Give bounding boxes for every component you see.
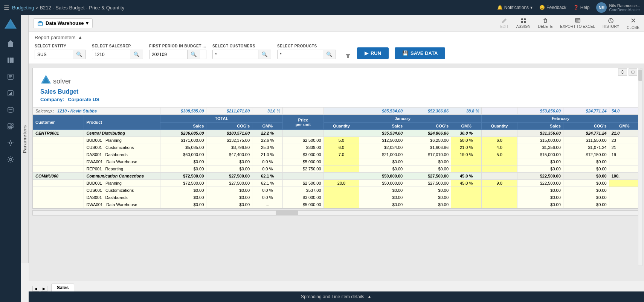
customers-input-wrap: 🔍 [212, 50, 271, 59]
feb-qty-bud001-commu[interactable]: 9.0 [482, 180, 517, 187]
toolbar-right: EDIT ASSIGN DELETE EXPORT TO EXCEL HISTO… [500, 17, 639, 30]
entity-input[interactable] [35, 50, 73, 59]
edit-action[interactable]: EDIT [500, 18, 509, 29]
filter-icon [345, 53, 351, 59]
feb-qty-cus001-commu[interactable] [482, 187, 517, 194]
jan-qty-cus001-commu[interactable] [324, 187, 359, 194]
sidebar-item-integrations[interactable] [2, 135, 19, 150]
sidebar-item-tasks[interactable] [2, 69, 19, 84]
customer-row-central: CENTR0001 Central Distributing $236,085.… [33, 130, 640, 137]
period-input-wrap: 🔍 [149, 50, 206, 59]
jan-qty-das001[interactable]: 7.0 [324, 151, 359, 158]
sidebar-item-library[interactable] [2, 53, 19, 68]
budget-table: Salesrep.: 1210 - Kevin Stubbs $308,585.… [33, 107, 640, 208]
tab-prev-btn[interactable]: ◀ [32, 286, 39, 291]
params-header-text: Report parameters [35, 35, 75, 40]
dropdown-icon: ▾ [86, 20, 89, 26]
svg-marker-45 [345, 54, 351, 58]
feb-qty-bud001[interactable]: 6.0 [482, 137, 517, 144]
customers-input[interactable] [213, 50, 258, 59]
salesrep-feb-gm: 54.0 [609, 108, 639, 115]
collapse-btn[interactable]: ⊟ [629, 68, 637, 76]
solver-logo [4, 18, 17, 32]
param-salesrep: SELECT SALESREP. 🔍 [92, 44, 143, 59]
data-row-das001-central: DAS001 Dashboards $60,000.00 $47,400.00 … [33, 151, 640, 158]
svg-rect-20 [12, 126, 13, 127]
expand-btn[interactable]: ⬡ [618, 68, 627, 76]
period-input[interactable] [150, 50, 187, 59]
salesrep-total-gm: 31.6 % [252, 108, 283, 115]
param-period: FIRST PERIOD IN BUDGET ... 🔍 [149, 44, 206, 59]
hamburger-icon[interactable]: ☰ [4, 4, 9, 11]
user-info[interactable]: NR Nils Rasmusse... CoreDemo Master [596, 2, 640, 13]
tab-sales[interactable]: Sales [51, 284, 74, 291]
feb-qty-das001[interactable]: 5.0 [482, 151, 517, 158]
save-icon: 💾 [402, 50, 408, 56]
jan-qty-bud001-commu[interactable]: 20.0 [324, 180, 359, 187]
svg-marker-3 [7, 40, 14, 43]
total-header: TOTAL [160, 115, 283, 123]
tab-next-btn[interactable]: ▶ [41, 286, 47, 291]
export-action[interactable]: EXPORT TO EXCEL [560, 18, 595, 29]
horizontal-scrollbar[interactable] [32, 210, 640, 215]
assign-action[interactable]: ASSIGN [516, 18, 531, 29]
products-search-btn[interactable]: 🔍 [323, 50, 336, 59]
sidebar-item-home[interactable] [2, 36, 19, 51]
vertical-scrollbar[interactable] [638, 68, 642, 266]
breadcrumb: Budgeting > B212 - Sales Budget - Price … [12, 5, 124, 11]
salesrep-input[interactable] [92, 50, 130, 59]
data-row-cus001-central: CUS001 Customizations $5,085.00 $3,796.8… [33, 144, 640, 151]
jan-qty-bud001[interactable]: 5.0 [324, 137, 359, 144]
data-row-das001-commu: DAS001 Dashboards $0.00 $0.00 0.0 % $3,0… [33, 194, 640, 201]
jan-qty-cus001[interactable]: 6.0 [324, 144, 359, 151]
svg-rect-6 [12, 58, 14, 63]
run-button[interactable]: ▶ RUN [357, 47, 389, 59]
params-label-text: Parameters [22, 125, 27, 153]
close-action[interactable]: ✕ CLOSE [627, 17, 639, 30]
feb-qty-dwa001-commu[interactable] [482, 201, 517, 208]
jan-qty-dwa001-commu[interactable] [324, 201, 359, 208]
bottom-bar[interactable]: Spreading and Line item details ▲ [29, 291, 644, 302]
param-customers: SELECT CUSTOMERS 🔍 [212, 44, 271, 59]
history-action[interactable]: HISTORY [603, 18, 619, 29]
svg-rect-33 [524, 18, 526, 20]
help-btn[interactable]: ❓ Help [573, 5, 590, 10]
salesrep-input-wrap: 🔍 [92, 50, 143, 59]
feb-qty-das001-commu[interactable] [482, 194, 517, 201]
salesrep-total-sales: $308,585.00 [160, 108, 206, 115]
salesrep-feb-sales: $53,856.00 [517, 108, 563, 115]
entity-search-btn[interactable]: 🔍 [73, 50, 85, 59]
data-warehouse-btn[interactable]: Data Warehouse ▾ [33, 18, 93, 28]
jan-qty-dwa001[interactable] [324, 158, 359, 165]
svg-point-21 [9, 142, 12, 144]
jan-qty-das001-commu[interactable] [324, 194, 359, 201]
sidebar-item-reports[interactable] [2, 86, 19, 101]
notifications-btn[interactable]: 🔔 Notifications ▾ [497, 5, 533, 10]
save-label: SAVE DATA [411, 50, 438, 56]
entity-input-wrap: 🔍 [35, 50, 86, 59]
main-content: Data Warehouse ▾ EDIT ASSIGN DELETE EXPO… [29, 15, 644, 302]
sidebar-item-settings[interactable] [2, 152, 19, 167]
period-search-btn[interactable]: 🔍 [187, 50, 200, 59]
feb-qty-rep001[interactable] [482, 165, 517, 173]
customers-search-btn[interactable]: 🔍 [258, 50, 271, 59]
data-row-rep001-central: REP001 Reporting $0.00 $0.00 0.0 % $2,75… [33, 165, 640, 173]
feedback-btn[interactable]: 😊 Feedback [539, 5, 566, 10]
breadcrumb-budgeting[interactable]: Budgeting [12, 5, 34, 11]
save-button[interactable]: 💾 SAVE DATA [395, 47, 445, 59]
sidebar-item-export[interactable] [2, 119, 19, 134]
svg-marker-31 [38, 21, 43, 22]
top-bar: ☰ Budgeting > B212 - Sales Budget - Pric… [0, 0, 644, 15]
feb-qty-dwa001[interactable] [482, 158, 517, 165]
report-header: solver Sales Budget Company: Corporate U… [33, 68, 640, 107]
breadcrumb-sep: > [35, 5, 38, 11]
svg-rect-19 [12, 124, 13, 125]
data-row-bud001-commu: BUD001 Planning $72,500.00 $27,500.00 62… [33, 180, 640, 187]
jan-qty-rep001[interactable] [324, 165, 359, 173]
products-input[interactable] [278, 50, 323, 59]
params-header[interactable]: Report parameters ▲ [35, 35, 638, 40]
sidebar-item-data[interactable] [2, 102, 19, 117]
delete-action[interactable]: DELETE [538, 18, 552, 29]
salesrep-search-btn[interactable]: 🔍 [130, 50, 143, 59]
feb-qty-cus001[interactable]: 4.0 [482, 144, 517, 151]
